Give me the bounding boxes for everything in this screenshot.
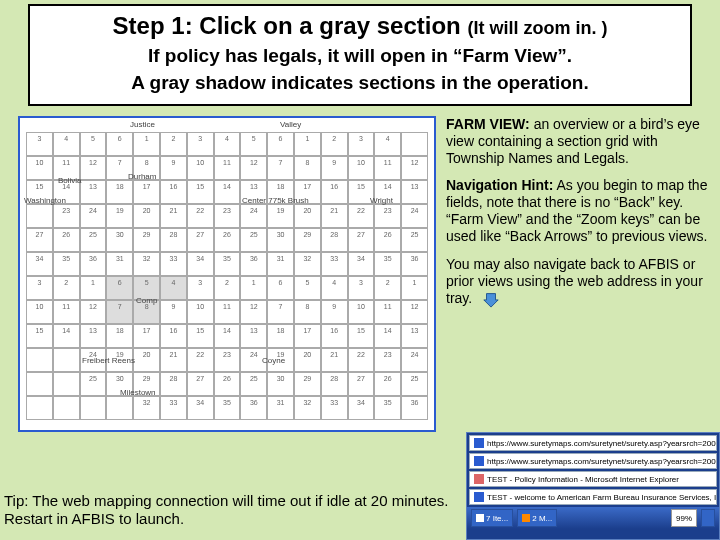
tray-url-2[interactable]: https://www.suretymaps.com/suretynet/sur… <box>469 453 717 469</box>
step-action: Click on a gray section <box>199 12 460 39</box>
taskbar-button-1-label: 7 Ite... <box>486 514 508 523</box>
navback-paragraph: You may also navigate back to AFBIS or p… <box>446 256 710 308</box>
township-label: Bolivia <box>58 176 82 185</box>
step-title: Step 1: Click on a gray section (It will… <box>42 12 678 41</box>
taskbar-button-2-label: 2 M... <box>532 514 552 523</box>
tray-window-4[interactable]: TEST - welcome to American Farm Bureau I… <box>469 489 717 505</box>
taskbar-screenshot: https://www.suretymaps.com/suretynet/sur… <box>466 432 720 540</box>
taskbar-button-1[interactable]: 7 Ite... <box>471 509 513 527</box>
tray-window-4-text: TEST - welcome to American Farm Bureau I… <box>487 493 717 502</box>
township-label: Durham <box>128 172 156 181</box>
svg-marker-0 <box>484 294 498 308</box>
tray-url-1[interactable]: https://www.suretymaps.com/suretynet/sur… <box>469 435 717 451</box>
map-column: Justice Valley Bolivia Durham Center 775… <box>18 116 438 432</box>
township-label: Washington <box>24 196 66 205</box>
navhint-paragraph: Navigation Hint: As you begin to map the… <box>446 177 710 245</box>
step-prefix: Step 1: <box>113 12 193 39</box>
ie-icon <box>474 456 484 466</box>
timeout-tip: Tip: The web mapping connection will tim… <box>4 492 459 528</box>
sidebar-text: FARM VIEW: an overview or a bird’s eye v… <box>446 116 710 432</box>
tray-url-1-text: https://www.suretymaps.com/suretynet/sur… <box>487 439 717 448</box>
taskbar-row: 7 Ite... 2 M... 99% <box>467 507 719 529</box>
township-label: Coyne <box>262 356 285 365</box>
policy-line-1: If policy has legals, it will open in “F… <box>42 45 678 68</box>
township-label: Milestown <box>120 388 156 397</box>
ie-icon <box>474 438 484 448</box>
ie-icon <box>474 492 484 502</box>
township-label: Freibert Reens <box>82 356 135 365</box>
township-label: Wright <box>370 196 393 205</box>
app-icon <box>522 514 530 522</box>
township-label: Comp <box>136 296 157 305</box>
farmview-paragraph: FARM VIEW: an overview or a bird’s eye v… <box>446 116 710 167</box>
zoom-pct: 99% <box>676 514 692 523</box>
taskbar-button-2[interactable]: 2 M... <box>517 509 557 527</box>
farmview-label: FARM VIEW: <box>446 116 530 132</box>
tray-window-3[interactable]: TEST - Policy Information - Microsoft In… <box>469 471 717 487</box>
township-label: Center 775k Brush <box>242 196 309 205</box>
section-grid: 34561234561234 101112789101112789101112 … <box>26 132 428 426</box>
zoom-indicator: 99% <box>671 509 697 527</box>
policy-line-2: A gray shadow indicates sections in the … <box>42 72 678 95</box>
tray-window-3-text: TEST - Policy Information - Microsoft In… <box>487 475 679 484</box>
main-row: Justice Valley Bolivia Durham Center 775… <box>18 116 710 432</box>
instruction-header: Step 1: Click on a gray section (It will… <box>28 4 692 106</box>
navhint-label: Navigation Hint: <box>446 177 553 193</box>
township-label: Valley <box>280 120 301 129</box>
app-icon <box>474 474 484 484</box>
step-suffix: (It will zoom in. ) <box>467 18 607 38</box>
tray-url-2-text: https://www.suretymaps.com/suretynet/sur… <box>487 457 717 466</box>
tray-expand-icon[interactable] <box>701 509 715 527</box>
down-arrow-icon <box>482 290 500 308</box>
ie-icon <box>476 514 484 522</box>
farm-view-map[interactable]: Justice Valley Bolivia Durham Center 775… <box>18 116 436 432</box>
township-label: Justice <box>130 120 155 129</box>
